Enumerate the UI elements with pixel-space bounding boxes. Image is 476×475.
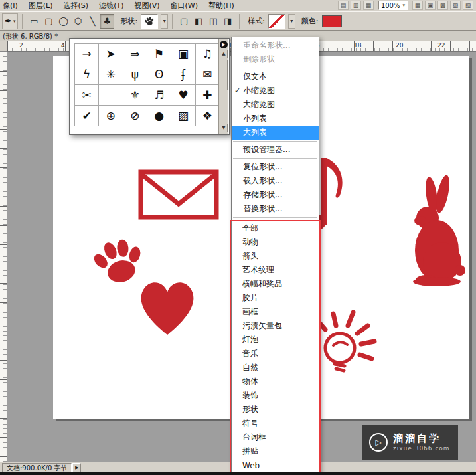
menu-option[interactable]: 装饰 [231,389,319,403]
scroll-down-icon[interactable]: ▼ [220,124,228,132]
guides-icon[interactable]: ▣ [425,1,436,10]
menu-option[interactable]: 删除形状 [232,52,319,66]
menu-option[interactable]: 全部 [231,221,319,235]
custom-shape-tool-button[interactable]: ♣ [100,14,114,29]
workspace-icon[interactable]: ▧ [450,1,461,10]
blank-shape-icon[interactable] [98,84,123,106]
scissors-icon[interactable]: ✂ [74,84,99,106]
panel-menu-button[interactable]: ▶ [220,41,228,48]
diamonds-pattern-icon[interactable]: ❖ [195,105,220,126]
envelope-shape [138,169,219,220]
menu-option[interactable]: 物体 [231,375,319,389]
scroll-up-icon[interactable]: ▲ [220,50,228,58]
frame-icon[interactable]: ▣ [171,43,195,64]
rounded-rectangle-tool-button[interactable]: ▢ [41,14,56,29]
style-swatch[interactable] [268,14,285,29]
menu-option[interactable]: ✓小缩览图 [232,84,319,98]
zoom-level-select[interactable]: 100% ▾ [378,1,408,10]
no-symbol-icon[interactable]: ⊘ [123,105,147,126]
menu-option[interactable]: Web [231,458,319,472]
arrow-bold-icon[interactable]: ⇒ [123,43,147,64]
beamed-note-icon[interactable]: ♬ [147,84,171,106]
menubar-item-1[interactable]: 图层(L) [29,1,53,11]
menu-option[interactable]: 污渍矢量包 [231,319,319,333]
rectangle-tool-button[interactable]: ▭ [27,14,41,29]
options-bar: ✒ ▾ ▭▢◯⬡╲♣ 形状: ▾ ▢◧◫◨ 样式: ▾ 颜色: [0,11,476,31]
menu-option[interactable]: 自然 [231,361,319,375]
exclude-shape-area-button[interactable]: ◨ [220,14,235,29]
menu-option[interactable]: 横幅和奖品 [231,277,319,291]
menubar-item-0[interactable]: 像(I) [3,1,18,11]
shape-picker-dropdown-button[interactable]: ▾ [161,14,168,29]
menu-option[interactable]: 重命名形状... [232,39,319,52]
menu-option[interactable]: 载入形状... [232,174,319,188]
extras-icon[interactable]: ▨ [463,1,473,10]
status-expand-button[interactable]: ▶ [72,463,81,472]
cross-icon[interactable]: ✚ [195,84,220,106]
diagonal-stripes-icon[interactable]: ▨ [171,105,195,126]
menu-option[interactable]: 替换形状... [232,202,319,216]
starburst-icon[interactable]: ✳ [98,64,123,85]
checkmark-icon[interactable]: ✔ [74,105,99,126]
scrollbar[interactable]: ▲ ▼ [218,39,228,134]
watermark-title: 溜溜自学 [393,432,450,445]
fleur-de-lis-icon[interactable]: ⚜ [123,84,147,106]
arrow-solid-icon[interactable]: ➤ [98,43,123,64]
panel-toggle-icon-3[interactable]: ▦ [363,1,374,10]
style-dropdown-button[interactable]: ▾ [288,14,295,29]
menu-option[interactable]: 音乐 [231,347,319,361]
panel-toggle-icon-2[interactable]: ▥ [351,1,361,10]
menu-option[interactable]: 大列表 [232,126,319,140]
speech-bubble-icon[interactable]: ● [147,105,171,126]
heel-icon[interactable]: ʄ [171,64,195,85]
banner-icon[interactable]: ⚑ [147,43,171,64]
menu-separator [233,217,317,218]
menubar-item-4[interactable]: 视图(V) [134,1,159,11]
tool-preset-button[interactable]: ✒ ▾ [2,13,18,29]
menubar-item-6[interactable]: 帮助(H) [208,1,234,11]
menubar-item-3[interactable]: 滤镜(T) [99,1,123,11]
panel-toggle-icon-1[interactable]: ▤ [338,1,349,10]
menu-option-label: 拼贴 [242,446,258,457]
arrow-thin-icon[interactable]: → [74,43,99,64]
envelope-icon[interactable]: ✉ [195,64,220,85]
menu-option[interactable]: 画框 [231,305,319,319]
menu-option-label: 箭头 [242,250,258,262]
heart-icon[interactable]: ♥ [171,84,195,106]
bulb-icon[interactable]: ʘ [147,64,171,85]
menu-option[interactable]: 小列表 [232,112,319,126]
color-swatch[interactable] [322,15,342,27]
menu-option[interactable]: 艺术纹理 [231,263,319,277]
intersect-shape-area-button[interactable]: ◫ [206,14,220,29]
menu-option[interactable]: 台词框 [231,430,319,444]
grid-icon[interactable]: ▦ [412,1,423,10]
menu-option[interactable]: 动物 [231,235,319,249]
menu-option[interactable]: 仅文本 [232,70,319,84]
menu-option[interactable]: 符号 [231,417,319,430]
menu-option[interactable]: 胶片 [231,291,319,305]
menu-option[interactable]: 预设管理器... [232,143,319,157]
menu-option[interactable]: 拼贴 [231,444,319,458]
menu-option[interactable]: 复位形状... [232,160,319,174]
scrollbar-thumb[interactable] [220,60,228,90]
menu-option[interactable]: 存储形状... [232,188,319,202]
menubar-item-2[interactable]: 选择(S) [64,1,89,11]
menu-group-0: 重命名形状...删除形状 [232,39,319,66]
menu-option[interactable]: 形状 [231,403,319,417]
menu-option[interactable]: 灯泡 [231,333,319,347]
ellipse-tool-button[interactable]: ◯ [56,14,70,29]
subtract-shape-area-button[interactable]: ◧ [191,14,206,29]
line-tool-button[interactable]: ╲ [85,14,100,29]
menu-option-label: 灯泡 [242,334,258,345]
grass-icon[interactable]: ψ [123,64,147,85]
menu-option[interactable]: 大缩览图 [232,98,319,112]
music-notes-icon[interactable]: ♫ [195,43,220,64]
menu-option[interactable]: 箭头 [231,249,319,263]
lightning-icon[interactable]: ϟ [74,64,99,85]
polygon-tool-button[interactable]: ⬡ [70,14,85,29]
snap-icon[interactable]: ▩ [437,1,448,10]
add-shape-area-button[interactable]: ▢ [177,14,191,29]
current-shape-preview[interactable] [141,14,158,29]
menubar-item-5[interactable]: 窗口(W) [171,1,198,11]
crosshair-icon[interactable]: ⊕ [98,105,123,126]
